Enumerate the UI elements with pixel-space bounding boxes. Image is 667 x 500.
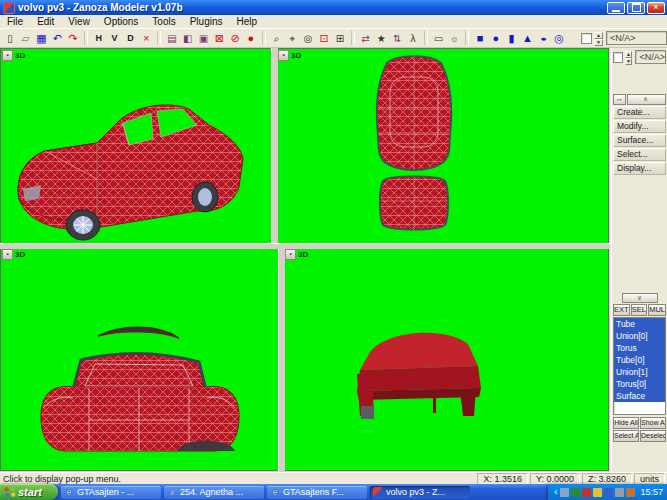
swap-button[interactable]: ↔: [613, 94, 626, 105]
panel-spinner-checkbox[interactable]: [613, 52, 623, 63]
spinner-checkbox[interactable]: [581, 33, 592, 44]
sphere-primitive-icon[interactable]: ●: [488, 30, 503, 47]
taskbar-task[interactable]: ♪ 254. Agnetha ...: [164, 486, 264, 499]
viewport-top[interactable]: ▪ 3D: [277, 49, 608, 243]
mul-mode-button[interactable]: MUL: [648, 304, 666, 316]
v-toggle[interactable]: V: [107, 30, 122, 47]
list-item[interactable]: Torus[0]: [614, 378, 665, 390]
panel-item-display[interactable]: Display...: [613, 162, 666, 175]
hide-all-button[interactable]: Hide All: [613, 417, 639, 429]
panel-spinner-arrows[interactable]: ▲▼: [625, 51, 633, 64]
panel-item-modify[interactable]: Modify...: [613, 120, 666, 133]
tray-icon[interactable]: [615, 488, 624, 497]
taskbar-task-active[interactable]: volvo pv3 - Z...: [370, 486, 470, 499]
tray-icon[interactable]: [582, 488, 591, 497]
axes-icon[interactable]: ×: [139, 30, 154, 47]
no-texture-icon[interactable]: ⊠: [212, 30, 227, 47]
tray-icon[interactable]: [571, 488, 580, 497]
list-item[interactable]: Union[0]: [614, 330, 665, 342]
viewport-label[interactable]: 3D: [291, 51, 301, 60]
figure-tool-icon[interactable]: λ: [406, 30, 421, 47]
smooth-view-icon[interactable]: ▣: [196, 30, 211, 47]
move-tool-icon[interactable]: ⇄: [358, 30, 373, 47]
zoom-icon[interactable]: ⌕: [269, 30, 284, 47]
undo-icon[interactable]: ↶: [50, 30, 65, 47]
cube-primitive-icon[interactable]: ■: [473, 30, 488, 47]
menu-plugins[interactable]: Plugins: [183, 15, 230, 28]
titlebar[interactable]: volvo pv3 - Zanoza Modeler v1.07b ×: [0, 0, 667, 15]
list-item[interactable]: Torus: [614, 342, 665, 354]
star-tool-icon[interactable]: ★: [374, 30, 389, 47]
viewport-label[interactable]: 3D: [15, 51, 25, 60]
viewport-front[interactable]: ▪ 3D: [1, 248, 278, 470]
viewport-label[interactable]: 3D: [298, 250, 308, 259]
list-item[interactable]: Tube: [614, 318, 665, 330]
menu-view[interactable]: View: [61, 15, 97, 28]
menu-file[interactable]: File: [0, 15, 30, 28]
h-toggle[interactable]: H: [91, 30, 106, 47]
list-item[interactable]: Surface: [614, 390, 665, 402]
light-icon[interactable]: ☼: [447, 30, 462, 47]
cone-primitive-icon[interactable]: ▲: [520, 30, 535, 47]
mirror-tool-icon[interactable]: ⇅: [390, 30, 405, 47]
menu-edit[interactable]: Edit: [30, 15, 61, 28]
viewport-menu-button[interactable]: ▪: [2, 50, 13, 61]
car-shaded-render: [284, 248, 608, 470]
list-item[interactable]: Tube[0]: [614, 354, 665, 366]
panel-item-surface[interactable]: Surface...: [613, 134, 666, 147]
show-all-button[interactable]: Show All: [640, 417, 666, 429]
list-item[interactable]: Union[1]: [614, 366, 665, 378]
redo-icon[interactable]: ↷: [66, 30, 81, 47]
sel-mode-button[interactable]: SEL: [631, 304, 648, 316]
select-all-button[interactable]: Select All: [613, 430, 639, 442]
no-shade-icon[interactable]: ⊘: [228, 30, 243, 47]
toolbar-separator: [84, 31, 88, 45]
menu-tools[interactable]: Tools: [145, 15, 182, 28]
rotate-view-icon[interactable]: ◎: [301, 30, 316, 47]
save-icon[interactable]: ▦: [34, 30, 49, 47]
menu-options[interactable]: Options: [97, 15, 145, 28]
flat-view-icon[interactable]: ◧: [180, 30, 195, 47]
viewport-menu-button[interactable]: ▪: [285, 249, 296, 260]
restore-button[interactable]: [627, 2, 645, 14]
viewport-shaded[interactable]: ▪ 3D: [284, 248, 608, 470]
panel-item-create[interactable]: Create...: [613, 106, 666, 119]
start-button[interactable]: start: [0, 484, 58, 500]
wireframe-view-icon[interactable]: ▤: [164, 30, 179, 47]
taskbar-task[interactable]: e GTAsajten - ...: [61, 486, 161, 499]
torus-primitive-icon[interactable]: ◎: [552, 30, 567, 47]
status-x: X: 1.3516: [477, 473, 528, 485]
tray-icon[interactable]: [593, 488, 602, 497]
pan-icon[interactable]: ⌖: [285, 30, 300, 47]
open-icon[interactable]: ▱: [18, 30, 33, 47]
render-icon[interactable]: ●: [244, 30, 259, 47]
deselect-button[interactable]: Deselect: [640, 430, 666, 442]
ellipsoid-primitive-icon[interactable]: ●: [536, 33, 551, 44]
tray-chevron-icon[interactable]: ‹: [554, 485, 557, 499]
viewport-menu-button[interactable]: ▪: [278, 50, 289, 61]
frame-select-icon[interactable]: ▭: [431, 30, 446, 47]
panel-item-select[interactable]: Select...: [613, 148, 666, 161]
spinner-arrows[interactable]: ▲▼: [594, 32, 603, 45]
new-icon[interactable]: ▯: [3, 30, 18, 47]
viewport-splitter-vertical-top[interactable]: [271, 48, 278, 244]
tray-icon[interactable]: [626, 488, 635, 497]
cylinder-primitive-icon[interactable]: ▮: [504, 30, 519, 47]
tray-icon[interactable]: [604, 488, 613, 497]
tray-icon[interactable]: [560, 488, 569, 497]
viewport-label[interactable]: 3D: [15, 250, 25, 259]
views-icon[interactable]: ⊞: [332, 30, 347, 47]
collapse-up-button[interactable]: »: [627, 94, 666, 105]
close-button[interactable]: ×: [647, 2, 665, 14]
taskbar-task[interactable]: e GTAsajtens F...: [267, 486, 367, 499]
viewport-menu-button[interactable]: ▪: [2, 249, 13, 260]
menu-help[interactable]: Help: [230, 15, 265, 28]
viewport-perspective[interactable]: ▪ 3D: [1, 49, 271, 243]
minimize-button[interactable]: [607, 2, 625, 14]
d-toggle[interactable]: D: [123, 30, 138, 47]
chevron-down-icon: »: [635, 296, 643, 300]
zoom-extents-icon[interactable]: ⊡: [317, 30, 332, 47]
viewport-splitter-vertical-bottom[interactable]: [278, 244, 285, 472]
collapse-down-button[interactable]: »: [622, 293, 658, 303]
ext-mode-button[interactable]: EXT: [613, 304, 630, 316]
